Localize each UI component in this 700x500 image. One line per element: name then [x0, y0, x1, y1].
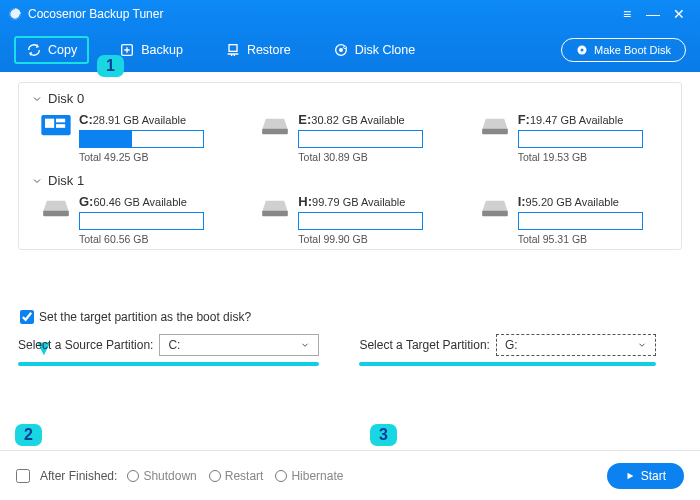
partition-h[interactable]: H:99.79 GB Available Total 99.90 GB — [260, 194, 449, 245]
svg-rect-12 — [262, 129, 288, 135]
partition-e[interactable]: E:30.82 GB Available Total 30.89 GB — [260, 112, 449, 163]
disk-clone-label: Disk Clone — [355, 43, 415, 57]
svg-rect-13 — [482, 129, 508, 135]
drive-icon — [260, 197, 290, 219]
svg-rect-9 — [45, 119, 54, 128]
drive-icon — [260, 115, 290, 137]
after-finished-checkbox[interactable] — [16, 469, 30, 483]
svg-rect-11 — [56, 124, 65, 128]
content-area: Disk 0 C:28.91 GB Available Total 49.25 … — [0, 72, 700, 450]
target-label: Select a Target Partition: — [359, 338, 490, 352]
restore-label: Restore — [247, 43, 291, 57]
partition-i[interactable]: I:95.20 GB Available Total 95.31 GB — [480, 194, 669, 245]
svg-point-4 — [339, 49, 342, 52]
backup-button[interactable]: Backup — [107, 36, 195, 64]
close-button[interactable]: ✕ — [666, 2, 692, 26]
disk-0-header[interactable]: Disk 0 — [31, 91, 669, 106]
drive-icon — [41, 197, 71, 219]
disk-1-partitions: G:60.46 GB Available Total 60.56 GB H:99… — [31, 194, 669, 245]
chevron-down-icon — [31, 93, 43, 105]
source-partition-select[interactable]: C: — [159, 334, 319, 356]
disk-0-name: Disk 0 — [48, 91, 84, 106]
after-finished-options: Shutdown Restart Hibernate — [127, 469, 343, 483]
backup-label: Backup — [141, 43, 183, 57]
svg-rect-2 — [229, 45, 237, 52]
drive-icon — [480, 197, 510, 219]
partition-c[interactable]: C:28.91 GB Available Total 49.25 GB — [41, 112, 230, 163]
toolbar: Copy Backup Restore Disk Clone Make Boot… — [0, 28, 700, 72]
source-label: Select a Source Partition: — [18, 338, 153, 352]
partition-selectors: Select a Source Partition: C: Select a T… — [18, 334, 682, 366]
minimize-button[interactable]: — — [640, 2, 666, 26]
footer: After Finished: Shutdown Restart Hiberna… — [0, 450, 700, 500]
disk-1-header[interactable]: Disk 1 — [31, 173, 669, 188]
target-partition-select[interactable]: G: — [496, 334, 656, 356]
start-label: Start — [641, 469, 666, 483]
source-value: C: — [168, 338, 180, 352]
shutdown-option[interactable]: Shutdown — [127, 469, 196, 483]
disk-clone-button[interactable]: Disk Clone — [321, 36, 427, 64]
app-icon — [8, 7, 22, 21]
restore-icon — [225, 42, 241, 58]
boot-disk-label: Make Boot Disk — [594, 44, 671, 56]
partition-g[interactable]: G:60.46 GB Available Total 60.56 GB — [41, 194, 230, 245]
system-drive-icon — [41, 115, 71, 137]
drive-icon — [480, 115, 510, 137]
hibernate-option[interactable]: Hibernate — [275, 469, 343, 483]
disk-clone-icon — [333, 42, 349, 58]
after-finished-label: After Finished: — [40, 469, 117, 483]
chevron-down-icon — [637, 340, 647, 350]
copy-icon — [26, 42, 42, 58]
callout-2: 2 — [15, 424, 42, 446]
menu-button[interactable]: ≡ — [614, 2, 640, 26]
copy-label: Copy — [48, 43, 77, 57]
backup-icon — [119, 42, 135, 58]
boot-disk-checkbox-row: Set the target partition as the boot dis… — [20, 310, 682, 324]
disk-1-name: Disk 1 — [48, 173, 84, 188]
disk-0-panel: Disk 0 C:28.91 GB Available Total 49.25 … — [18, 82, 682, 250]
svg-rect-10 — [56, 119, 65, 123]
restart-option[interactable]: Restart — [209, 469, 264, 483]
restore-button[interactable]: Restore — [213, 36, 303, 64]
boot-disk-checkbox[interactable] — [20, 310, 34, 324]
target-underline — [359, 362, 656, 366]
app-title: Cocosenor Backup Tuner — [28, 7, 163, 21]
callout-3: 3 — [370, 424, 397, 446]
svg-rect-14 — [43, 211, 69, 217]
svg-rect-15 — [262, 211, 288, 217]
disk-0-partitions: C:28.91 GB Available Total 49.25 GB E:30… — [31, 112, 669, 163]
start-button[interactable]: Start — [607, 463, 684, 489]
titlebar: Cocosenor Backup Tuner ≡ — ✕ — [0, 0, 700, 28]
copy-button[interactable]: Copy — [14, 36, 89, 64]
play-icon — [625, 471, 635, 481]
chevron-down-icon — [31, 175, 43, 187]
partition-f[interactable]: F:19.47 GB Available Total 19.53 GB — [480, 112, 669, 163]
target-value: G: — [505, 338, 518, 352]
boot-disk-label: Set the target partition as the boot dis… — [39, 310, 251, 324]
chevron-down-icon — [300, 340, 310, 350]
svg-point-7 — [580, 49, 583, 52]
make-boot-disk-button[interactable]: Make Boot Disk — [561, 38, 686, 62]
svg-rect-16 — [482, 211, 508, 217]
boot-disk-icon — [576, 44, 588, 56]
source-underline — [18, 362, 319, 366]
